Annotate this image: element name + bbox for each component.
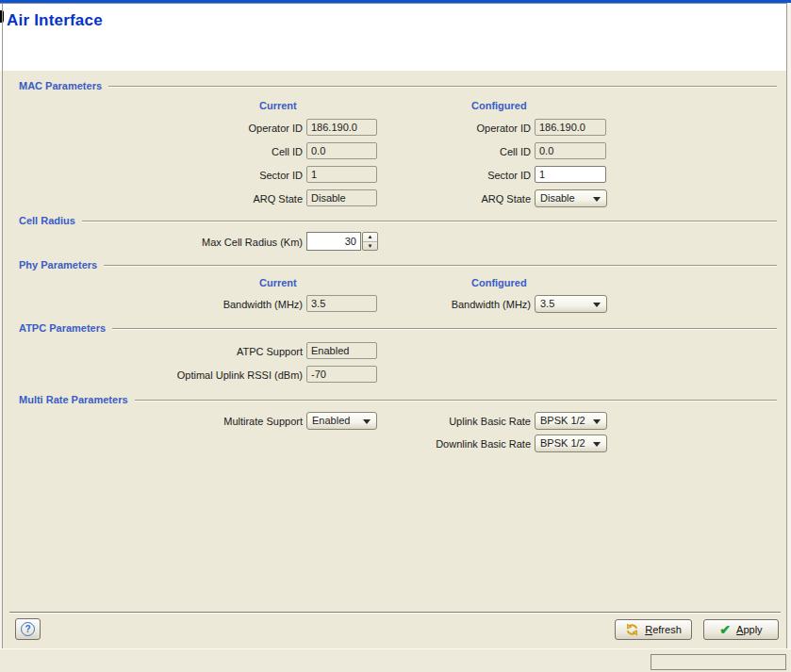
section-header-atpc: ATPC Parameters: [19, 321, 777, 335]
field-label: Optimal Uplink RSSI (dBm): [41, 367, 303, 384]
field-label: Cell ID: [41, 143, 303, 160]
field-label: ARQ State: [289, 190, 531, 208]
field-label: Bandwidth (MHz): [41, 296, 303, 313]
chevron-down-icon: [593, 419, 601, 424]
field-label: Operator ID: [41, 120, 303, 137]
left-border-line: [2, 4, 3, 648]
configured-arq-state-select[interactable]: Disable: [535, 189, 607, 207]
field-label: Max Cell Radius (Km): [41, 233, 303, 252]
column-header-current: Current: [259, 277, 297, 289]
spinner-up-icon[interactable]: ▲: [363, 233, 377, 241]
downlink-basic-rate-select[interactable]: BPSK 1/2: [535, 434, 607, 452]
air-interface-panel: Air Interface MAC Parameters Current Con…: [0, 0, 791, 672]
section-header-multirate: Multi Rate Parameters: [19, 393, 777, 406]
configured-sector-id-input[interactable]: 1: [535, 166, 606, 183]
footer-separator: [9, 612, 781, 614]
selected-option: 3.5: [540, 298, 554, 309]
refresh-button[interactable]: Refresh: [615, 619, 692, 640]
section-rule: [82, 221, 777, 222]
apply-check-icon: ✔: [719, 623, 731, 636]
content-panel: MAC Parameters Current Configured Operat…: [3, 71, 787, 648]
section-rule: [108, 86, 777, 88]
section-title: Cell Radius: [19, 215, 75, 226]
section-rule: [135, 400, 777, 402]
configured-cell-id-field: 0.0: [535, 142, 606, 159]
right-border-line: [786, 4, 787, 648]
configured-bandwidth-select[interactable]: 3.5: [535, 295, 607, 313]
section-title: MAC Parameters: [19, 80, 102, 91]
field-label: Cell ID: [289, 143, 531, 160]
title-bar: Air Interface: [0, 3, 787, 71]
field-label: Sector ID: [41, 167, 303, 184]
field-label: ATPC Support: [41, 343, 303, 360]
status-bar: [0, 648, 791, 672]
section-rule: [104, 265, 777, 267]
page-title: Air Interface: [7, 11, 103, 30]
spinner-value[interactable]: 30: [306, 232, 361, 251]
spinner-buttons: ▲ ▼: [362, 232, 378, 251]
field-label: Bandwidth (MHz): [289, 296, 531, 314]
max-cell-radius-spinner[interactable]: 30 ▲ ▼: [306, 232, 378, 251]
section-title: ATPC Parameters: [19, 322, 106, 334]
help-icon: ?: [21, 622, 35, 636]
column-header-configured: Configured: [471, 277, 527, 289]
field-label: Downlink Basic Rate: [289, 435, 531, 453]
section-header-mac: MAC Parameters: [19, 79, 777, 92]
column-header-configured: Configured: [471, 100, 527, 112]
field-label: Operator ID: [289, 120, 531, 137]
chevron-down-icon: [593, 303, 601, 307]
section-rule: [112, 328, 777, 330]
field-label: Sector ID: [289, 167, 531, 184]
spinner-down-icon[interactable]: ▼: [363, 241, 377, 251]
selected-option: BPSK 1/2: [540, 415, 585, 426]
uplink-basic-rate-select[interactable]: BPSK 1/2: [535, 412, 607, 430]
help-button[interactable]: ?: [15, 618, 41, 640]
field-label: Uplink Basic Rate: [289, 413, 531, 431]
field-label: Multirate Support: [41, 413, 303, 431]
column-header-current: Current: [259, 100, 297, 112]
section-header-phy: Phy Parameters: [19, 258, 777, 271]
chevron-down-icon: [593, 442, 601, 447]
refresh-button-label: Refresh: [645, 624, 682, 635]
atpc-support-field: Enabled: [306, 342, 377, 359]
apply-button[interactable]: ✔ Apply: [703, 619, 779, 640]
section-title: Phy Parameters: [19, 259, 97, 270]
optimal-uplink-rssi-field: -70: [306, 366, 377, 383]
configured-operator-id-field: 186.190.0: [535, 119, 606, 136]
section-title: Multi Rate Parameters: [19, 394, 128, 405]
refresh-icon: [625, 623, 639, 636]
section-header-cell-radius: Cell Radius: [19, 214, 777, 227]
chevron-down-icon: [593, 197, 601, 202]
selected-option: Disable: [540, 192, 575, 204]
selected-option: BPSK 1/2: [540, 437, 585, 449]
field-label: ARQ State: [41, 190, 303, 207]
apply-button-label: Apply: [736, 624, 763, 635]
status-field: [651, 654, 786, 670]
